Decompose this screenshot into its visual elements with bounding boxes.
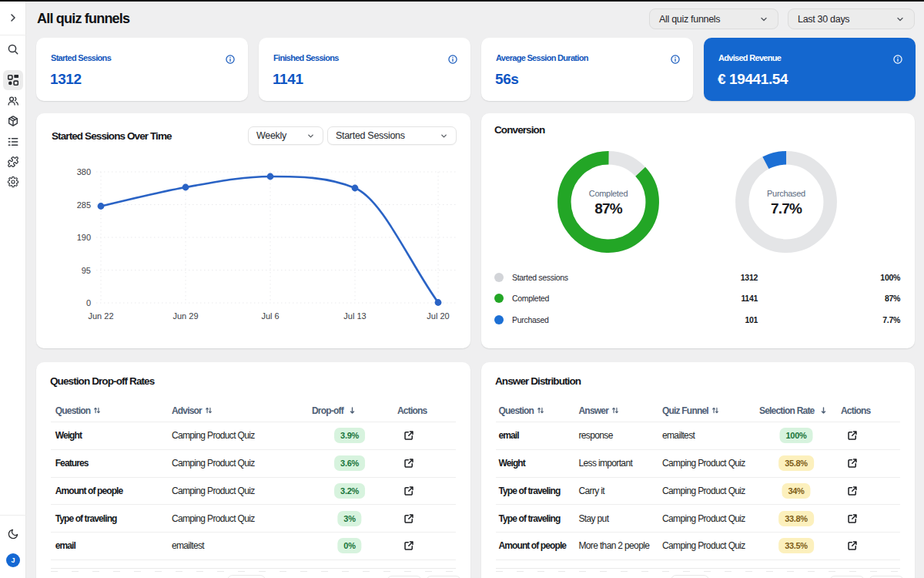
svg-text:Jun 22: Jun 22 [88,311,113,321]
svg-text:Purchased: Purchased [767,189,805,198]
svg-text:285: 285 [77,200,91,210]
svg-text:Jun 29: Jun 29 [172,311,198,321]
svg-text:0: 0 [86,298,91,307]
svg-text:Completed: Completed [589,189,628,198]
svg-text:Jul 13: Jul 13 [343,311,366,321]
svg-text:190: 190 [77,233,91,242]
svg-text:87%: 87% [594,200,623,217]
svg-text:380: 380 [77,167,91,176]
svg-text:Jul 20: Jul 20 [427,311,449,321]
svg-text:95: 95 [82,266,91,275]
svg-text:7.7%: 7.7% [771,200,802,217]
svg-text:Jul 6: Jul 6 [261,311,279,321]
